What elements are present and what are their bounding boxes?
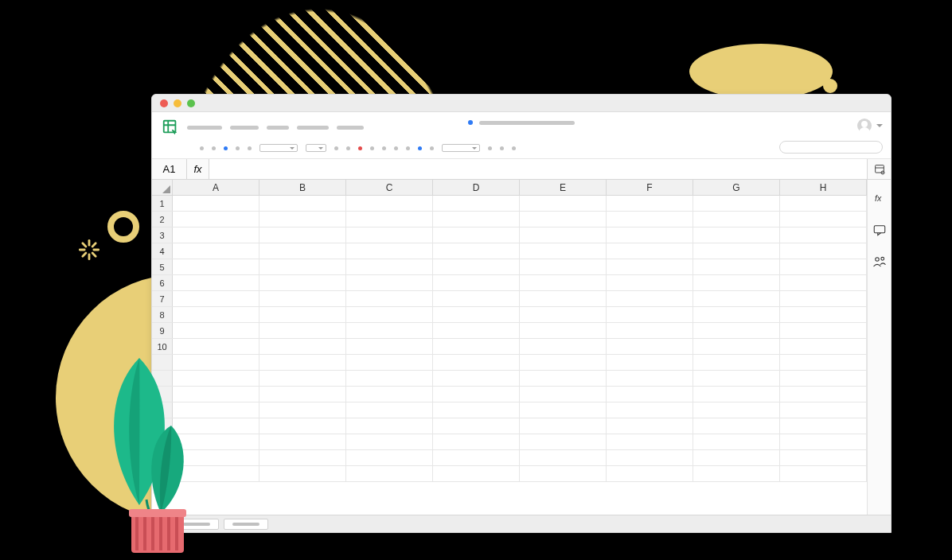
- cell[interactable]: [780, 323, 867, 338]
- cell[interactable]: [346, 323, 433, 338]
- row-header[interactable]: [152, 434, 173, 449]
- document-title-area[interactable]: [468, 120, 575, 125]
- cell[interactable]: [520, 323, 607, 338]
- cell-reference-box[interactable]: A1: [152, 159, 187, 179]
- cell[interactable]: [433, 371, 520, 386]
- row-header[interactable]: 2: [152, 212, 173, 227]
- column-header[interactable]: H: [780, 180, 867, 195]
- cell[interactable]: [259, 323, 346, 338]
- cell[interactable]: [433, 355, 520, 370]
- cell[interactable]: [173, 212, 259, 227]
- toolbar-button[interactable]: [334, 146, 338, 150]
- cell[interactable]: [173, 291, 259, 306]
- column-header[interactable]: B: [259, 180, 346, 195]
- cell[interactable]: [780, 418, 867, 434]
- cell[interactable]: [520, 450, 607, 465]
- column-header[interactable]: F: [607, 180, 693, 195]
- cell[interactable]: [520, 434, 607, 449]
- search-box[interactable]: [779, 141, 883, 154]
- cell[interactable]: [693, 259, 780, 274]
- cell[interactable]: [346, 434, 433, 449]
- toolbar-dropdown[interactable]: [306, 144, 326, 152]
- column-header[interactable]: G: [693, 180, 780, 195]
- row-header[interactable]: 3: [152, 228, 173, 243]
- fx-button[interactable]: fx: [187, 159, 209, 179]
- cell[interactable]: [520, 212, 607, 227]
- cell[interactable]: [780, 355, 867, 370]
- cell[interactable]: [693, 228, 780, 243]
- row-header[interactable]: [152, 387, 173, 402]
- cell[interactable]: [173, 355, 259, 370]
- cell[interactable]: [693, 243, 780, 259]
- cell[interactable]: [173, 323, 259, 338]
- cell[interactable]: [173, 402, 259, 418]
- cell[interactable]: [173, 387, 259, 402]
- row-header[interactable]: 6: [152, 275, 173, 290]
- cell[interactable]: [780, 196, 867, 211]
- toolbar-dropdown[interactable]: [442, 144, 480, 152]
- zoom-window-button[interactable]: [187, 99, 195, 107]
- comments-icon[interactable]: [872, 223, 887, 240]
- cell[interactable]: [607, 323, 693, 338]
- cell[interactable]: [780, 387, 867, 402]
- cell[interactable]: [607, 434, 693, 449]
- cell[interactable]: [433, 402, 520, 418]
- search-input[interactable]: [788, 143, 877, 151]
- toolbar-button[interactable]: [346, 146, 350, 150]
- cell[interactable]: [259, 387, 346, 402]
- cell[interactable]: [520, 196, 607, 211]
- select-all-corner[interactable]: [152, 180, 173, 195]
- cell[interactable]: [259, 450, 346, 465]
- add-sheet-button[interactable]: +: [158, 519, 170, 530]
- column-header[interactable]: A: [173, 180, 259, 195]
- cell[interactable]: [693, 355, 780, 370]
- cell[interactable]: [520, 402, 607, 418]
- cell[interactable]: [693, 212, 780, 227]
- cell[interactable]: [173, 418, 259, 434]
- cell[interactable]: [607, 466, 693, 481]
- cell[interactable]: [607, 243, 693, 259]
- row-header[interactable]: 7: [152, 291, 173, 306]
- cell[interactable]: [259, 291, 346, 306]
- cell[interactable]: [433, 434, 520, 449]
- cell[interactable]: [346, 243, 433, 259]
- cell[interactable]: [607, 228, 693, 243]
- cell[interactable]: [607, 259, 693, 274]
- cell[interactable]: [259, 402, 346, 418]
- cell[interactable]: [346, 275, 433, 290]
- cell[interactable]: [607, 355, 693, 370]
- cell[interactable]: [607, 307, 693, 322]
- cell[interactable]: [346, 259, 433, 274]
- cell[interactable]: [520, 307, 607, 322]
- cell[interactable]: [520, 466, 607, 481]
- cell[interactable]: [607, 275, 693, 290]
- toolbar-button[interactable]: [236, 146, 240, 150]
- cell[interactable]: [173, 259, 259, 274]
- cell[interactable]: [346, 450, 433, 465]
- row-header[interactable]: [152, 418, 173, 434]
- cell[interactable]: [693, 387, 780, 402]
- cell[interactable]: [607, 450, 693, 465]
- cell[interactable]: [520, 275, 607, 290]
- cell[interactable]: [433, 243, 520, 259]
- row-header[interactable]: 4: [152, 243, 173, 259]
- cell[interactable]: [780, 402, 867, 418]
- cell[interactable]: [433, 212, 520, 227]
- user-menu[interactable]: [857, 119, 883, 133]
- toolbar-button[interactable]: [394, 146, 398, 150]
- cell[interactable]: [693, 291, 780, 306]
- cell[interactable]: [607, 212, 693, 227]
- panel-toggle-button[interactable]: [867, 159, 891, 179]
- toolbar-button[interactable]: [382, 146, 386, 150]
- toolbar-button[interactable]: [500, 146, 504, 150]
- cell[interactable]: [607, 339, 693, 354]
- cell[interactable]: [433, 418, 520, 434]
- cell[interactable]: [780, 291, 867, 306]
- cell[interactable]: [346, 418, 433, 434]
- minimize-window-button[interactable]: [174, 99, 181, 107]
- cell[interactable]: [520, 418, 607, 434]
- cell[interactable]: [259, 434, 346, 449]
- toolbar-button[interactable]: [512, 146, 516, 150]
- cell[interactable]: [520, 371, 607, 386]
- cell[interactable]: [780, 243, 867, 259]
